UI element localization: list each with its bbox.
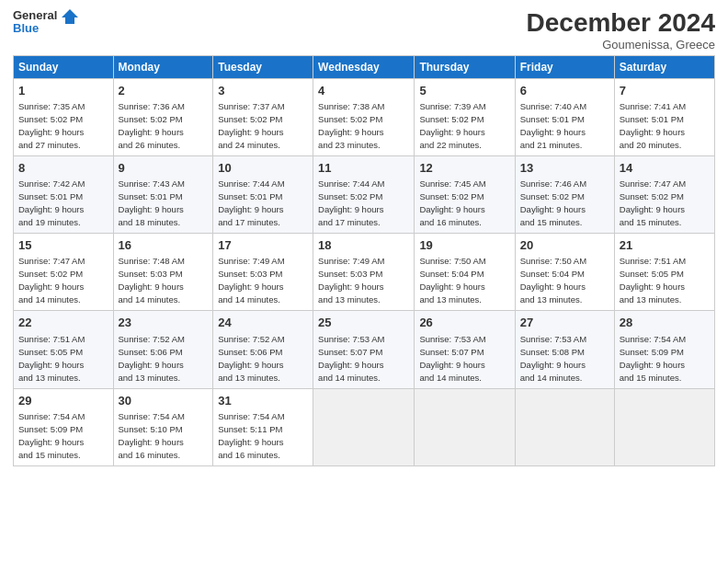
title-block: December 2024 Goumenissa, Greece xyxy=(527,9,715,52)
day-info-line: Sunset: 5:02 PM xyxy=(218,114,282,124)
day-info-line: and 15 minutes. xyxy=(18,450,81,460)
day-info-line: Sunset: 5:01 PM xyxy=(520,114,585,124)
day-number: 31 xyxy=(218,393,308,409)
day-info-line: Daylight: 9 hours xyxy=(620,360,685,370)
day-info-line: Sunrise: 7:38 AM xyxy=(318,101,384,111)
calendar-day-cell: 3Sunrise: 7:37 AMSunset: 5:02 PMDaylight… xyxy=(213,78,313,155)
calendar-day-cell xyxy=(614,388,714,465)
day-info-line: Daylight: 9 hours xyxy=(318,282,383,292)
day-number: 12 xyxy=(419,160,509,177)
calendar-day-cell: 21Sunrise: 7:51 AMSunset: 5:05 PMDayligh… xyxy=(614,234,714,311)
day-info-line: Daylight: 9 hours xyxy=(318,204,383,214)
calendar-day-cell: 8Sunrise: 7:42 AMSunset: 5:01 PMDaylight… xyxy=(14,155,114,233)
calendar-day-cell: 7Sunrise: 7:41 AMSunset: 5:01 PMDaylight… xyxy=(614,78,714,155)
calendar-day-cell: 6Sunrise: 7:40 AMSunset: 5:01 PMDaylight… xyxy=(515,78,614,155)
day-info-line: Sunrise: 7:41 AM xyxy=(620,101,686,111)
day-number: 6 xyxy=(520,83,609,99)
day-number: 30 xyxy=(119,393,209,409)
day-info-line: Sunset: 5:01 PM xyxy=(18,191,83,201)
day-info-line: Sunset: 5:05 PM xyxy=(620,269,684,279)
subtitle: Goumenissa, Greece xyxy=(527,38,715,52)
calendar-day-header: Wednesday xyxy=(313,55,415,78)
day-info-line: Sunset: 5:11 PM xyxy=(218,424,282,434)
day-info-line: Daylight: 9 hours xyxy=(18,360,84,370)
day-info-line: Daylight: 9 hours xyxy=(620,127,685,137)
calendar-week-row: 1Sunrise: 7:35 AMSunset: 5:02 PMDaylight… xyxy=(14,78,715,155)
calendar-day-cell xyxy=(313,388,415,465)
day-info-line: Daylight: 9 hours xyxy=(119,437,184,447)
day-info-line: Sunrise: 7:43 AM xyxy=(119,178,185,189)
calendar-week-row: 15Sunrise: 7:47 AMSunset: 5:02 PMDayligh… xyxy=(14,234,715,311)
day-number: 26 xyxy=(419,315,509,331)
calendar-day-cell: 27Sunrise: 7:53 AMSunset: 5:08 PMDayligh… xyxy=(515,311,614,388)
calendar-week-row: 8Sunrise: 7:42 AMSunset: 5:01 PMDaylight… xyxy=(14,155,715,233)
day-info-line: Sunset: 5:01 PM xyxy=(620,114,684,124)
calendar-day-cell: 24Sunrise: 7:52 AMSunset: 5:06 PMDayligh… xyxy=(213,311,313,388)
day-info-line: Daylight: 9 hours xyxy=(18,282,84,292)
day-info-line: Sunset: 5:02 PM xyxy=(318,114,382,124)
day-info-line: Daylight: 9 hours xyxy=(119,204,184,214)
day-info-line: and 16 minutes. xyxy=(218,450,280,460)
calendar-day-cell: 28Sunrise: 7:54 AMSunset: 5:09 PMDayligh… xyxy=(614,311,714,388)
day-info-line: Daylight: 9 hours xyxy=(318,360,383,370)
day-info-line: Daylight: 9 hours xyxy=(419,282,484,292)
calendar-day-cell xyxy=(515,388,614,465)
day-info-line: Sunrise: 7:54 AM xyxy=(119,411,185,421)
day-info-line: Sunrise: 7:52 AM xyxy=(218,334,284,344)
calendar-day-cell: 26Sunrise: 7:53 AMSunset: 5:07 PMDayligh… xyxy=(415,311,515,388)
day-info-line: Sunset: 5:06 PM xyxy=(119,347,183,357)
day-number: 2 xyxy=(119,83,209,99)
calendar-day-cell: 9Sunrise: 7:43 AMSunset: 5:01 PMDaylight… xyxy=(113,155,213,233)
calendar-day-header: Thursday xyxy=(415,55,515,78)
calendar-day-header: Tuesday xyxy=(213,55,313,78)
day-info-line: and 16 minutes. xyxy=(119,450,181,460)
day-number: 1 xyxy=(18,83,108,99)
day-number: 7 xyxy=(620,83,710,99)
calendar-day-cell: 13Sunrise: 7:46 AMSunset: 5:02 PMDayligh… xyxy=(515,155,614,233)
day-info-line: Sunrise: 7:37 AM xyxy=(218,101,284,111)
day-info-line: Sunrise: 7:51 AM xyxy=(620,256,686,266)
day-info-line: and 17 minutes. xyxy=(318,217,381,227)
day-info-line: Sunset: 5:02 PM xyxy=(18,269,83,279)
day-info-line: Daylight: 9 hours xyxy=(218,127,283,137)
logo: General Blue xyxy=(13,9,78,36)
day-info-line: and 13 minutes. xyxy=(520,294,583,304)
day-info-line: Sunset: 5:02 PM xyxy=(18,114,83,124)
day-number: 29 xyxy=(18,393,108,409)
day-info-line: Sunset: 5:02 PM xyxy=(119,114,183,124)
day-info-line: Sunset: 5:05 PM xyxy=(18,347,83,357)
day-number: 27 xyxy=(520,315,609,331)
day-info-line: and 21 minutes. xyxy=(520,140,583,150)
day-info-line: Sunrise: 7:42 AM xyxy=(18,178,85,189)
day-number: 13 xyxy=(520,160,609,177)
day-info-line: Daylight: 9 hours xyxy=(620,204,685,214)
day-info-line: Sunrise: 7:36 AM xyxy=(119,101,185,111)
day-number: 4 xyxy=(318,83,409,99)
day-number: 11 xyxy=(318,160,409,177)
day-info-line: Sunrise: 7:49 AM xyxy=(218,256,284,266)
day-info-line: and 26 minutes. xyxy=(119,140,181,150)
day-info-line: Sunset: 5:02 PM xyxy=(620,191,684,201)
day-info-line: Sunrise: 7:52 AM xyxy=(119,334,185,344)
day-number: 28 xyxy=(620,315,710,331)
day-info-line: Sunset: 5:04 PM xyxy=(419,269,483,279)
day-info-line: and 13 minutes. xyxy=(419,294,482,304)
day-info-line: Sunrise: 7:50 AM xyxy=(520,256,586,266)
day-info-line: Sunset: 5:02 PM xyxy=(318,191,382,201)
day-info-line: Daylight: 9 hours xyxy=(18,437,84,447)
day-info-line: and 23 minutes. xyxy=(318,140,381,150)
calendar-day-cell: 31Sunrise: 7:54 AMSunset: 5:11 PMDayligh… xyxy=(213,388,313,465)
day-info-line: Daylight: 9 hours xyxy=(419,127,484,137)
day-info-line: and 24 minutes. xyxy=(218,140,280,150)
day-number: 16 xyxy=(119,237,209,254)
day-info-line: Sunrise: 7:45 AM xyxy=(419,178,485,189)
day-info-line: Sunset: 5:01 PM xyxy=(218,191,282,201)
calendar-week-row: 22Sunrise: 7:51 AMSunset: 5:05 PMDayligh… xyxy=(14,311,715,388)
day-info-line: Sunset: 5:03 PM xyxy=(119,269,183,279)
calendar-day-header: Saturday xyxy=(614,55,714,78)
calendar-day-cell: 1Sunrise: 7:35 AMSunset: 5:02 PMDaylight… xyxy=(14,78,114,155)
calendar-day-cell: 5Sunrise: 7:39 AMSunset: 5:02 PMDaylight… xyxy=(415,78,515,155)
calendar-day-cell: 15Sunrise: 7:47 AMSunset: 5:02 PMDayligh… xyxy=(14,234,114,311)
day-info-line: and 19 minutes. xyxy=(18,217,81,227)
day-info-line: Daylight: 9 hours xyxy=(520,282,586,292)
